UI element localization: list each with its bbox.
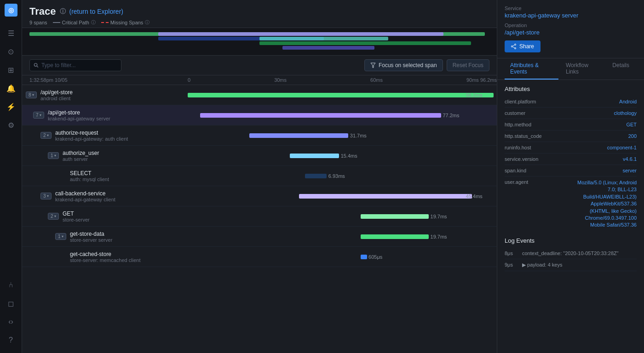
attribute-key: client.platform — [505, 99, 571, 104]
attribute-key: runinfo.host — [505, 145, 571, 150]
return-to-explorer-link[interactable]: (return to Explorer) — [69, 8, 123, 15]
attribute-row: span.kind server — [505, 165, 637, 176]
span-duration: 77.2ms — [443, 113, 459, 118]
tab-attributes-events[interactable]: Attributes & Events — [505, 58, 558, 80]
span-timeline: 605μs — [188, 247, 497, 267]
span-service: auth: mysql client — [70, 176, 109, 182]
timeline-ruler: 1:32:58pm 10/05 0 30ms 60ms 90ms 96.2ms — [22, 75, 497, 85]
span-duration: 15.4ms — [341, 153, 357, 159]
log-time: 9μs — [505, 262, 518, 268]
filter-input[interactable] — [41, 62, 117, 68]
tab-details[interactable]: Details — [607, 58, 635, 80]
span-bar — [290, 154, 339, 158]
span-service: auth server — [63, 156, 99, 162]
attribute-value: 200 — [571, 133, 637, 139]
span-left: get-cached-store store-server: memcached… — [22, 251, 188, 263]
span-duration: 96.2ms — [466, 92, 483, 98]
trace-header: Trace ⓘ (return to Explorer) 9 spans Cri… — [22, 0, 497, 28]
span-name: GET — [63, 211, 90, 217]
span-timeline: 31.7ms — [188, 125, 497, 146]
log-time: 8μs — [505, 251, 518, 256]
sidebar-item-help[interactable]: ? — [3, 332, 19, 348]
span-row[interactable]: 8 ▾ /api/get-store android client 96.2ms — [22, 85, 497, 105]
sidebar-item-package[interactable]: ◻ — [3, 295, 19, 312]
tab-workflow-links[interactable]: Workflow Links — [560, 58, 605, 80]
span-name: SELECT — [70, 170, 109, 176]
critical-path-info[interactable]: ⓘ — [91, 19, 96, 26]
span-name-group: get-cached-store store-server: memcached… — [70, 251, 140, 263]
reset-focus-button[interactable]: Reset Focus — [447, 59, 489, 71]
span-service: store-server: memcached client — [70, 257, 140, 263]
log-event-row: 9μs ▶ payload: 4 keys — [505, 259, 637, 271]
ruler-mark-30: 30ms — [274, 77, 287, 83]
attribute-key: http.status_code — [505, 133, 571, 139]
span-row[interactable]: 1 ▾ get-store-data store-server server 1… — [22, 227, 497, 247]
sidebar-item-recent[interactable]: ⊙ — [3, 43, 19, 60]
svg-line-1 — [37, 66, 38, 68]
span-duration: 19.7ms — [431, 234, 447, 239]
sidebar-item-menu[interactable]: ☰ — [3, 25, 19, 41]
span-name-group: get-store-data store-server server — [70, 231, 112, 243]
sidebar-item-code[interactable]: ‹› — [3, 313, 19, 330]
span-name: authorize_user — [63, 150, 99, 156]
trace-info-icon[interactable]: ⓘ — [60, 7, 66, 16]
span-badge[interactable]: 1 ▾ — [48, 152, 59, 159]
span-badge[interactable]: 3 ▾ — [40, 193, 52, 199]
attribute-value: GET — [571, 122, 637, 127]
search-icon — [34, 63, 39, 68]
operation-name[interactable]: /api/get-store — [505, 29, 637, 36]
span-left: 1 ▾ get-store-data store-server server — [22, 231, 188, 243]
sidebar-item-alerts[interactable]: 🔔 — [3, 80, 19, 97]
service-name[interactable]: krakend-api-gateway server — [505, 12, 637, 19]
span-row[interactable]: 1 ▾ authorize_user auth server 15.4ms — [22, 146, 497, 166]
span-badge[interactable]: 2 ▾ — [40, 132, 52, 139]
span-row[interactable]: 7 ▾ /api/get-store krakend-api-gateway s… — [22, 105, 497, 125]
panel-tabs: Attributes & Events Workflow Links Detai… — [497, 58, 644, 80]
sidebar-item-trace[interactable]: ⚡ — [3, 98, 19, 115]
span-left: 3 ▾ call-backend-service krakend-api-gat… — [22, 190, 188, 202]
span-name-group: /api/get-store krakend-api-gateway serve… — [48, 109, 110, 121]
span-bar — [200, 113, 441, 118]
span-timeline: 96.2ms — [188, 85, 497, 105]
share-icon — [511, 44, 517, 49]
span-timeline: 77.2ms — [188, 105, 497, 125]
span-left: 2 ▾ GET store-server — [22, 211, 188, 222]
spans-list: 8 ▾ /api/get-store android client 96.2ms… — [22, 85, 497, 353]
sidebar-item-settings[interactable]: ⚙ — [3, 117, 19, 133]
attribute-row: client.platform Android — [505, 96, 637, 108]
span-row[interactable]: SELECT auth: mysql client 6.93ms — [22, 166, 497, 186]
log-content[interactable]: ▶ payload: 4 keys — [522, 262, 637, 268]
span-row[interactable]: 2 ▾ GET store-server 19.7ms — [22, 206, 497, 227]
span-left: 1 ▾ authorize_user auth server — [22, 150, 188, 162]
span-timeline: 6.93ms — [188, 166, 497, 186]
missing-spans-info[interactable]: ⓘ — [145, 19, 150, 26]
attributes-list: client.platform Android customer clothol… — [505, 96, 637, 232]
span-row[interactable]: 3 ▾ call-backend-service krakend-api-gat… — [22, 186, 497, 206]
span-name: get-store-data — [70, 231, 112, 237]
page-title: Trace — [29, 6, 56, 17]
attribute-key: user.agent — [505, 179, 571, 185]
svg-point-3 — [515, 44, 516, 46]
ruler-timestamp: 1:32:58pm 10/05 — [29, 77, 68, 83]
span-badge[interactable]: 7 ▾ — [33, 112, 44, 119]
focus-span-button[interactable]: Focus on selected span — [364, 59, 443, 71]
span-row[interactable]: get-cached-store store-server: memcached… — [22, 247, 497, 267]
span-badge[interactable]: 2 ▾ — [48, 213, 59, 220]
search-filter[interactable] — [29, 59, 121, 71]
attribute-row: customer clothology — [505, 108, 637, 119]
span-service: android client — [40, 96, 73, 101]
span-bar — [249, 133, 348, 138]
span-row[interactable]: 2 ▾ authorize-request krakend-api-gatewa… — [22, 125, 497, 146]
logo-icon[interactable]: ◎ — [5, 4, 17, 17]
attribute-key: service.version — [505, 156, 571, 162]
sidebar-item-branch[interactable]: ⑃ — [3, 277, 19, 293]
missing-spans-legend: Missing Spans ⓘ — [101, 19, 150, 26]
span-left: 8 ▾ /api/get-store android client — [22, 89, 188, 101]
share-button[interactable]: Share — [505, 40, 540, 52]
span-badge[interactable]: 1 ▾ — [55, 233, 66, 240]
span-badge[interactable]: 8 ▾ — [26, 91, 37, 98]
span-bar — [361, 214, 429, 219]
sidebar-item-grid[interactable]: ⊞ — [3, 62, 19, 78]
attribute-row: http.method GET — [505, 119, 637, 131]
span-service: store-server — [63, 217, 90, 222]
